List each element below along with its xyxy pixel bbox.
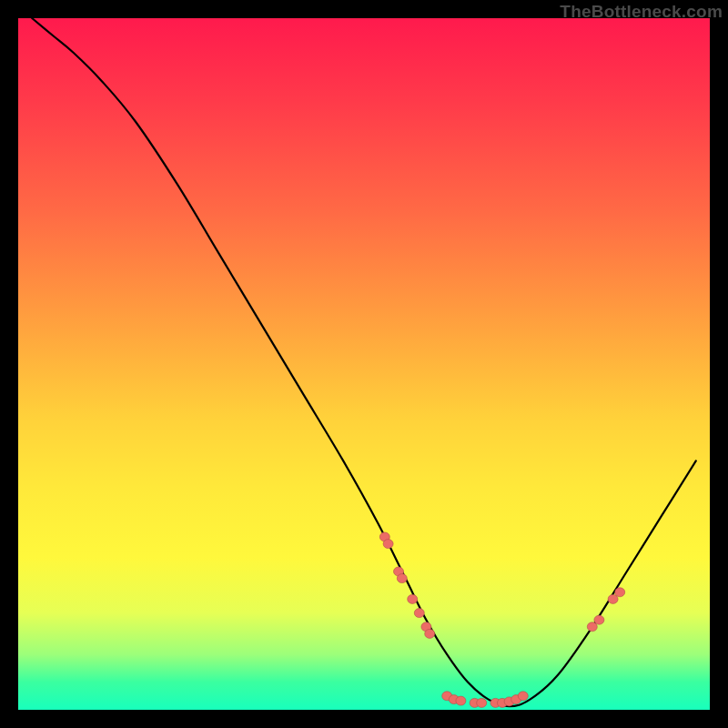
data-dot [383,540,393,549]
data-dot [594,615,604,624]
data-dots-group [379,532,624,707]
bottleneck-curve [32,18,696,706]
data-dot [425,629,435,638]
data-dot [456,696,466,705]
data-dot [608,594,618,603]
data-dot [587,622,597,632]
curve-layer [18,18,710,710]
data-dot [397,574,407,583]
plot-area [18,18,710,710]
data-dot [477,698,487,707]
data-dot [414,609,424,618]
brand-watermark: TheBottleneck.com [560,2,723,22]
data-dot [408,594,418,603]
data-dot [615,588,625,597]
data-dot [518,692,528,701]
chart-container: TheBottleneck.com [0,0,728,728]
